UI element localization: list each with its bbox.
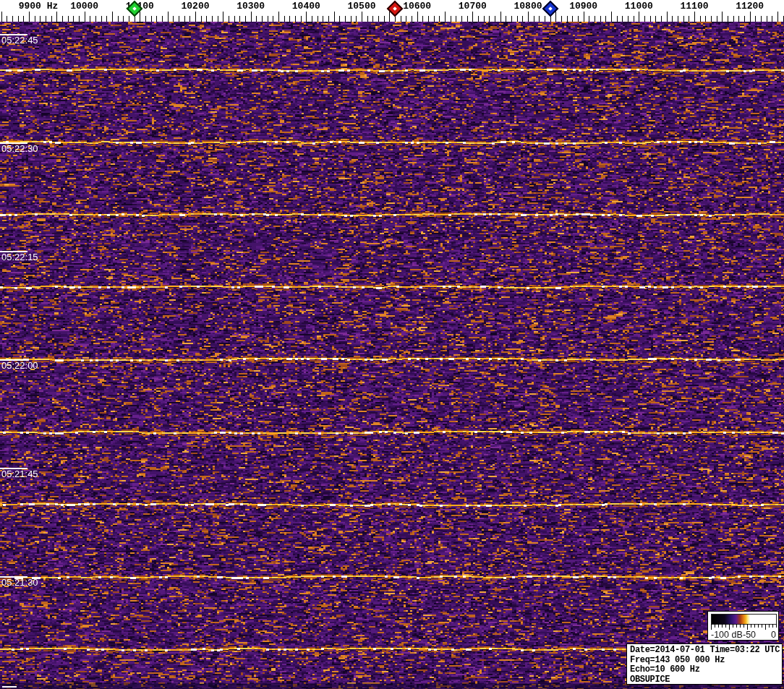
freq-axis-label: 9900 Hz (19, 1, 59, 12)
time-tick-partial (2, 686, 17, 688)
frequency-axis: 9900 Hz100001010010200103001040010500106… (0, 0, 784, 22)
color-scale-tick (758, 624, 759, 628)
color-scale-label-mid: -50 (743, 630, 756, 640)
freq-axis-label: 10900 (569, 1, 597, 12)
color-scale-labels: -100 dB -50 0 (708, 630, 778, 640)
freq-axis-label: 10600 (403, 1, 431, 12)
color-scale-tick (754, 624, 755, 628)
color-scale-tick (765, 624, 766, 630)
color-scale-tick (769, 624, 770, 628)
status-info-box: Date=2014-07-01 Time=03:22 UTC Freq=143 … (626, 643, 783, 685)
spectrogram-canvas (0, 22, 784, 689)
info-echo-frequency: Echo=10 600 Hz (630, 665, 782, 675)
color-scale-tick (740, 624, 741, 628)
color-scale-label-min: -100 dB (711, 630, 743, 640)
color-scale-tick (762, 624, 762, 628)
waterfall-display: 05:22:4505:22:3005:22:1505:22:0005:21:45… (0, 22, 784, 689)
freq-axis-label: 11000 (625, 1, 653, 12)
info-station-name: OBSUPICE (630, 675, 782, 685)
spectrum-lab-display: 9900 Hz100001010010200103001040010500106… (0, 0, 784, 689)
color-scale-tick (718, 624, 719, 628)
marker-center-dot (393, 7, 397, 11)
freq-axis-label: 10500 (347, 1, 375, 12)
freq-axis-label: 10400 (292, 1, 320, 12)
freq-axis-label: 11100 (680, 1, 708, 12)
color-scale-tick (751, 624, 751, 628)
freq-axis-label: 10700 (459, 1, 487, 12)
freq-axis-label: 10200 (181, 1, 209, 12)
color-scale-ticks (711, 624, 777, 630)
color-scale-tick (715, 624, 715, 628)
info-frequency: Freq=143 050 000 Hz (630, 656, 782, 666)
color-scale-tick (722, 624, 723, 628)
freq-axis-label: 10300 (237, 1, 265, 12)
info-date-time: Date=2014-07-01 Time=03:22 UTC (630, 646, 782, 656)
color-scale-panel: -100 dB -50 0 (707, 611, 779, 641)
color-scale-tick (729, 624, 730, 630)
color-scale-tick (743, 624, 744, 628)
color-scale-tick (711, 624, 712, 630)
color-scale-tick (733, 624, 733, 628)
time-label: 05:22:30 (1, 144, 38, 154)
color-scale-tick (736, 624, 737, 628)
time-label: 05:22:45 (1, 35, 38, 46)
color-scale-tick (747, 624, 748, 630)
time-label: 05:21:45 (1, 469, 38, 479)
marker-center-dot (132, 7, 137, 11)
color-scale-tick (776, 624, 777, 628)
marker-center-dot (548, 7, 553, 11)
freq-axis-label: 10800 (514, 1, 542, 12)
color-scale-gradient (711, 614, 777, 625)
color-scale-tick (725, 624, 726, 628)
time-label: 05:22:15 (1, 252, 38, 262)
color-scale-label-max: 0 (771, 630, 776, 640)
time-label: 05:21:30 (1, 578, 38, 588)
color-scale-tick (772, 624, 773, 628)
freq-axis-label: 10000 (70, 1, 98, 12)
time-label: 05:22:00 (1, 361, 38, 371)
freq-axis-label: 11200 (736, 1, 764, 12)
